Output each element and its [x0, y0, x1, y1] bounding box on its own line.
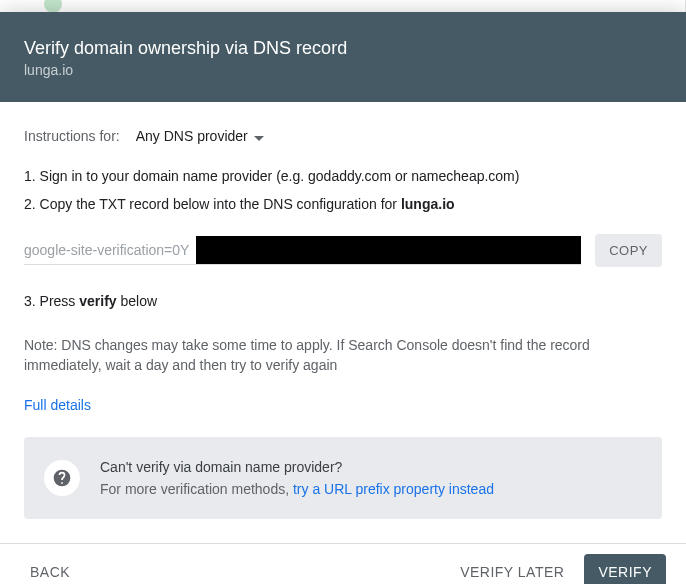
copy-button[interactable]: COPY: [595, 234, 662, 267]
modal-subtitle: lunga.io: [24, 62, 662, 78]
dns-note: Note: DNS changes may take some time to …: [24, 335, 662, 375]
modal-footer: BACK VERIFY LATER VERIFY: [0, 543, 686, 584]
full-details-link[interactable]: Full details: [24, 395, 91, 415]
verify-domain-modal: Verify domain ownership via DNS record l…: [0, 12, 686, 584]
step-3: 3. Press verify below: [24, 291, 662, 311]
url-prefix-link[interactable]: try a URL prefix property instead: [293, 481, 494, 497]
modal-title: Verify domain ownership via DNS record: [24, 36, 662, 60]
hint-box: Can't verify via domain name provider? F…: [24, 437, 662, 519]
txt-record-input[interactable]: [24, 236, 581, 264]
modal-body: Instructions for: Any DNS provider 1. Si…: [0, 102, 686, 543]
txt-record-row: COPY: [24, 234, 662, 267]
step-2: 2. Copy the TXT record below into the DN…: [24, 194, 662, 214]
verify-later-button[interactable]: VERIFY LATER: [450, 554, 574, 584]
back-button[interactable]: BACK: [20, 554, 80, 584]
dns-provider-dropdown[interactable]: Any DNS provider: [136, 126, 264, 146]
step-2-domain: lunga.io: [401, 196, 455, 212]
verify-button[interactable]: VERIFY: [584, 554, 666, 584]
chevron-down-icon: [254, 126, 264, 146]
dns-provider-value: Any DNS provider: [136, 126, 248, 146]
hint-question: Can't verify via domain name provider?: [100, 457, 494, 477]
modal-header: Verify domain ownership via DNS record l…: [0, 12, 686, 102]
question-icon: [44, 460, 80, 496]
instructions-for-label: Instructions for:: [24, 126, 120, 146]
step-1: 1. Sign in to your domain name provider …: [24, 166, 662, 186]
hint-subtext: For more verification methods, try a URL…: [100, 479, 494, 499]
